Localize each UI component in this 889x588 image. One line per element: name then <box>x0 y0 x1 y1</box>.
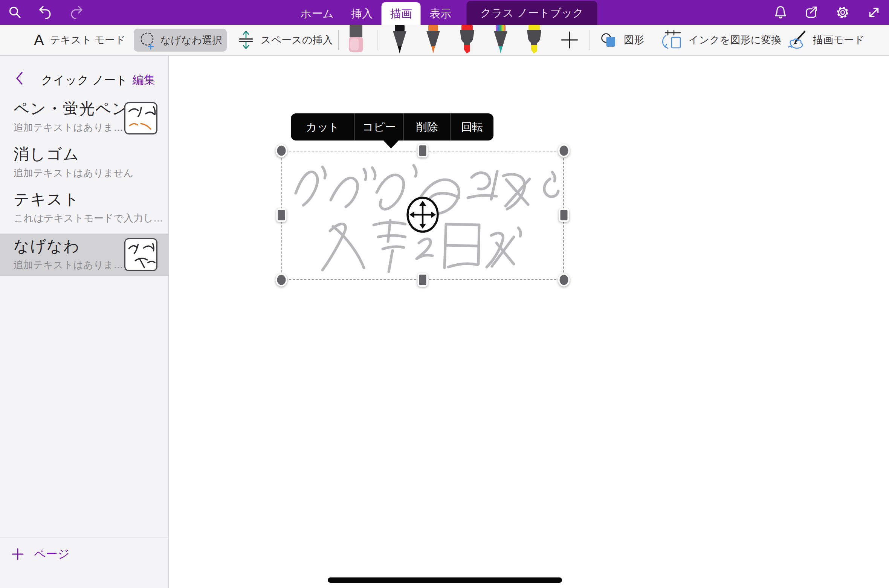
selection-handle-top-right[interactable] <box>558 144 570 157</box>
tab-draw[interactable]: 描画 <box>382 2 421 25</box>
add-pen-button[interactable] <box>560 31 579 49</box>
page-subtitle: 追加テキストはありま… <box>14 121 123 134</box>
selection-handle-bottom-mid[interactable] <box>418 273 428 287</box>
tab-insert[interactable]: 挿入 <box>342 2 382 25</box>
lasso-icon <box>138 31 156 50</box>
move-selection-handle[interactable] <box>405 196 440 235</box>
insert-space-label: スペースの挿入 <box>261 33 333 47</box>
app-title-bar: ホーム 挿入 描画 表示 クラス ノートブック <box>0 0 889 25</box>
lasso-select-button[interactable]: なげなわ選択 <box>134 29 227 52</box>
share-icon[interactable] <box>803 4 820 21</box>
context-menu-callout-arrow <box>383 140 399 148</box>
tab-home[interactable]: ホーム <box>292 2 342 25</box>
page-list-item-text[interactable]: テキスト これはテキストモードで入力し… <box>0 187 169 228</box>
page-title-ink: 消しゴム <box>14 144 79 165</box>
selection-handle-bottom-left[interactable] <box>276 273 287 287</box>
ink-to-shape-icon <box>660 29 683 50</box>
page-subtitle: 追加テキストはありま… <box>14 258 123 272</box>
text-mode-icon: A <box>34 32 44 49</box>
tab-view[interactable]: 表示 <box>421 2 460 25</box>
page-thumbnail <box>124 102 157 134</box>
undo-icon[interactable] <box>37 4 54 21</box>
copy-menu-item[interactable]: コピー <box>355 113 404 141</box>
page-list-sidebar: クイック ノート 編集 ペン・蛍光ペン 追加テキストはありま… 消しゴム 追加テ… <box>0 56 169 588</box>
sidebar-footer-divider <box>0 538 168 538</box>
onenote-window: ホーム 挿入 描画 表示 クラス ノートブック <box>0 0 889 588</box>
gear-icon[interactable] <box>834 4 851 21</box>
shapes-icon <box>600 32 618 48</box>
home-indicator[interactable] <box>328 577 562 583</box>
marker-red[interactable] <box>458 25 476 57</box>
pen-rainbow-icon <box>492 25 509 56</box>
selection-handle-mid-right[interactable] <box>559 208 569 222</box>
pen-orange-icon <box>425 25 442 56</box>
cut-menu-item[interactable]: カット <box>291 113 355 141</box>
selection-handle-mid-left[interactable] <box>276 208 287 222</box>
marker-yellow-icon <box>525 25 543 56</box>
draw-mode-button[interactable]: 描画モード <box>786 25 864 55</box>
redo-icon[interactable] <box>68 4 85 21</box>
ribbon-tabs: ホーム 挿入 描画 表示 クラス ノートブック <box>292 1 597 25</box>
bell-icon[interactable] <box>772 4 789 21</box>
pen-black[interactable] <box>391 25 408 57</box>
text-mode-button[interactable]: A テキスト モード <box>34 25 125 55</box>
pen-orange[interactable] <box>425 25 442 57</box>
page-title-ink: なげなわ <box>14 236 80 257</box>
eraser-tool[interactable] <box>347 25 365 54</box>
page-list-item-eraser[interactable]: 消しゴム 追加テキストはありません <box>0 142 169 183</box>
pen-rainbow[interactable] <box>492 25 509 57</box>
selection-handle-bottom-right[interactable] <box>558 273 570 287</box>
page-subtitle: 追加テキストはありません <box>14 166 133 180</box>
plus-icon <box>11 548 24 561</box>
search-icon[interactable] <box>6 4 24 21</box>
draw-mode-icon <box>786 30 807 50</box>
page-list-item-lasso[interactable]: なげなわ 追加テキストはありま… <box>0 234 169 276</box>
note-canvas[interactable]: カット コピー 削除 回転 <box>170 56 889 588</box>
selection-handle-top-left[interactable] <box>276 144 287 157</box>
selection-handle-top-mid[interactable] <box>418 144 428 157</box>
plus-icon <box>560 31 579 49</box>
page-title-ink: ペン・蛍光ペン <box>14 98 128 119</box>
add-page-label: ページ <box>34 546 69 562</box>
page-list-item-pen[interactable]: ペン・蛍光ペン 追加テキストはありま… <box>0 96 169 139</box>
ink-context-menu: カット コピー 削除 回転 <box>291 113 493 141</box>
delete-menu-item[interactable]: 削除 <box>404 113 451 141</box>
marker-red-icon <box>458 25 476 56</box>
insert-space-button[interactable]: スペースの挿入 <box>237 25 333 55</box>
fullscreen-icon[interactable] <box>865 4 883 21</box>
ink-to-shape-label: インクを図形に変換 <box>689 33 781 47</box>
shapes-label: 図形 <box>624 33 644 47</box>
toolbar-divider <box>590 30 590 50</box>
marker-yellow[interactable] <box>525 25 543 57</box>
toolbar-divider <box>338 30 339 50</box>
edit-button[interactable]: 編集 <box>133 72 155 88</box>
draw-mode-label: 描画モード <box>813 33 864 47</box>
add-page-button[interactable]: ページ <box>11 546 69 562</box>
eraser-icon <box>347 25 365 53</box>
tab-class-notebook[interactable]: クラス ノートブック <box>467 1 597 25</box>
shapes-button[interactable]: 図形 <box>600 25 644 55</box>
ink-to-shape-button[interactable]: インクを図形に変換 <box>660 25 781 55</box>
page-thumbnail <box>124 238 157 271</box>
page-title-ink: テキスト <box>14 189 80 210</box>
lasso-select-label: なげなわ選択 <box>160 34 223 47</box>
toolbar-divider <box>377 30 377 50</box>
insert-space-icon <box>237 29 255 51</box>
text-mode-label: テキスト モード <box>50 33 125 47</box>
pen-black-icon <box>391 25 408 56</box>
rotate-menu-item[interactable]: 回転 <box>451 113 493 141</box>
draw-toolbar: A テキスト モード なげなわ選択 スペースの挿入 <box>0 25 889 56</box>
page-subtitle: これはテキストモードで入力し… <box>14 212 163 225</box>
